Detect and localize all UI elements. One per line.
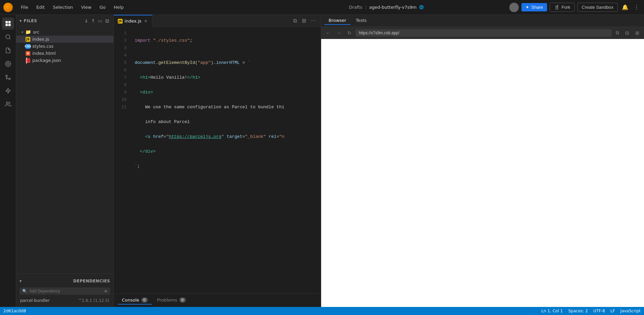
dependencies-section: ▾ Dependencies 🔍 ≡ parcel-bundler ^1.6.1…	[16, 274, 113, 307]
activity-team-icon[interactable]	[2, 98, 14, 110]
browser-split-icon[interactable]: ⊟	[623, 29, 631, 37]
activity-explorer-icon[interactable]	[2, 17, 14, 30]
tab-close-button[interactable]: ✕	[143, 18, 148, 24]
browser-tabs: Browser Tests	[321, 15, 644, 27]
browser-back-button[interactable]: ←	[324, 29, 333, 37]
status-bar: 2d61ac0d8 Ln 1, Col 1 Spaces: 2 UTF-8 LF…	[0, 307, 644, 315]
breadcrumb: Drafts / aged-butterfly-v7s9m 🌐	[264, 5, 510, 10]
dep-search-container: 🔍 ≡	[20, 287, 110, 295]
browser-tab-tests[interactable]: Tests	[352, 16, 371, 25]
svg-rect-0	[5, 21, 8, 24]
browser-open-new-tab-icon[interactable]: ⧉	[614, 29, 621, 37]
svg-point-6	[7, 63, 9, 65]
file-item-stylescss[interactable]: CSS styles.css	[16, 43, 113, 50]
avatar[interactable]	[509, 3, 519, 12]
encoding[interactable]: UTF-8	[593, 309, 605, 313]
editor-tabs: JS index.js ✕ ⧉ ⊞ ···	[114, 15, 321, 27]
tab-filename: index.js	[125, 18, 141, 24]
dep-item-parcel[interactable]: parcel-bundler ^1.6.1 (1.12.5)	[16, 297, 113, 304]
line-ending[interactable]: LF	[610, 309, 615, 313]
svg-rect-3	[8, 24, 10, 26]
notification-bell-button[interactable]: 🔔	[620, 3, 630, 12]
folder-src[interactable]: ▾ 📁 src	[16, 28, 113, 36]
editor-area: JS index.js ✕ ⧉ ⊞ ··· 1 2 3 4 5 6 7 8 9 …	[114, 15, 321, 307]
indentation[interactable]: Spaces: 2	[568, 309, 588, 313]
svg-point-10	[6, 102, 8, 104]
sort-icon[interactable]: ↑	[91, 17, 96, 24]
files-header-icons: ↓ ↑ ▭ ⊟	[84, 17, 110, 24]
activity-search-icon[interactable]	[2, 31, 14, 43]
status-right: Ln 1, Col 1 Spaces: 2 UTF-8 LF JavaScrip…	[541, 309, 641, 313]
language-mode[interactable]: JavaScript	[620, 309, 641, 313]
deps-chevron-icon: ▾	[20, 279, 22, 283]
browser-toolbar: ← → ↻ ⧉ ⊟ ⊞	[321, 27, 644, 39]
file-name-indexjs: index.js	[32, 37, 49, 42]
js-file-icon: JS	[26, 37, 30, 42]
problems-tab[interactable]: Problems 0	[153, 296, 190, 305]
breadcrumb-separator: /	[365, 5, 366, 10]
line-numbers: 1 2 3 4 5 6 7 8 9 10 11	[114, 27, 131, 293]
status-left: 2d61ac0d8	[3, 309, 26, 313]
breadcrumb-drafts[interactable]: Drafts	[349, 5, 363, 10]
files-section-header: ▾ Files ↓ ↑ ▭ ⊟	[16, 15, 113, 27]
split-editor-icon[interactable]: ⧉	[292, 16, 298, 25]
menu-selection[interactable]: Selection	[49, 3, 76, 11]
dep-list-icon[interactable]: ≡	[104, 289, 107, 293]
file-item-indexjs[interactable]: JS index.js	[16, 36, 113, 43]
menubar: File Edit Selection View Go Help Drafts …	[0, 0, 644, 15]
cursor-position[interactable]: Ln 1, Col 1	[541, 309, 563, 313]
tab-indexjs[interactable]: JS index.js ✕	[114, 15, 152, 27]
menu-help[interactable]: Help	[110, 3, 127, 11]
browser-forward-button[interactable]: →	[335, 29, 343, 37]
fork-button[interactable]: 🍴 Fork	[550, 3, 575, 12]
browser-tab-browser[interactable]: Browser	[325, 16, 350, 25]
search-icon: 🔍	[22, 289, 27, 293]
activity-settings-icon[interactable]	[2, 58, 14, 70]
svg-point-7	[9, 78, 10, 80]
file-name-stylescss: styles.css	[32, 44, 54, 49]
new-folder-icon[interactable]: ▭	[97, 17, 103, 24]
share-button[interactable]: ✦ Share	[521, 3, 547, 11]
share-icon: ✦	[526, 5, 529, 10]
svg-rect-1	[8, 21, 10, 24]
activity-file-icon[interactable]	[2, 44, 14, 56]
console-badge: 0	[141, 298, 148, 303]
console-tab[interactable]: Console 0	[118, 296, 152, 305]
activity-deploy-icon[interactable]	[2, 85, 14, 97]
main-layout: ▾ Files ↓ ↑ ▭ ⊟ ▾ 📁 src JS index.js CSS	[0, 15, 644, 307]
deps-section-header[interactable]: ▾ Dependencies	[16, 277, 113, 285]
sidebar: ▾ Files ↓ ↑ ▭ ⊟ ▾ 📁 src JS index.js CSS	[16, 15, 114, 307]
layout-icon[interactable]: ⊞	[300, 16, 307, 25]
browser-refresh-button[interactable]: ↻	[345, 29, 353, 37]
json-file-icon: { }	[26, 58, 30, 63]
deps-label: Dependencies	[73, 279, 110, 283]
browser-url-input[interactable]	[355, 29, 612, 37]
menu-edit[interactable]: Edit	[33, 3, 48, 11]
svg-marker-9	[6, 88, 10, 93]
sandbox-name[interactable]: aged-butterfly-v7s9m	[369, 5, 417, 10]
files-chevron-icon: ▾	[20, 18, 22, 23]
menubar-right: ✦ Share 🍴 Fork Create Sandbox 🔔 ⋮	[509, 3, 641, 12]
svg-line-5	[9, 38, 10, 39]
file-name-indexhtml: index.html	[32, 51, 56, 56]
dep-search-input[interactable]	[29, 289, 102, 293]
activity-bar	[0, 15, 16, 307]
dep-version: ^1.6.1 (1.12.5)	[78, 298, 109, 303]
file-item-indexhtml[interactable]: H index.html	[16, 50, 113, 57]
menu-file[interactable]: File	[18, 3, 32, 11]
commit-hash: 2d61ac0d8	[3, 309, 26, 313]
create-sandbox-button[interactable]: Create Sandbox	[577, 3, 618, 12]
browser-layout-icon[interactable]: ⊞	[633, 29, 641, 37]
new-file-icon[interactable]: ↓	[84, 17, 89, 24]
collapse-icon[interactable]: ⊟	[105, 17, 110, 24]
app-logo	[3, 3, 13, 12]
menu-view[interactable]: View	[78, 3, 95, 11]
menu-go[interactable]: Go	[96, 3, 109, 11]
more-options-button[interactable]: ⋮	[633, 3, 641, 12]
fork-icon: 🍴	[554, 5, 560, 10]
more-actions-icon[interactable]: ···	[310, 16, 317, 25]
activity-git-icon[interactable]	[2, 71, 14, 83]
code-content[interactable]: import "./styles.css"; document.getEleme…	[131, 27, 321, 293]
file-item-packagejson[interactable]: { } package.json	[16, 57, 113, 64]
problems-label: Problems	[157, 298, 177, 303]
